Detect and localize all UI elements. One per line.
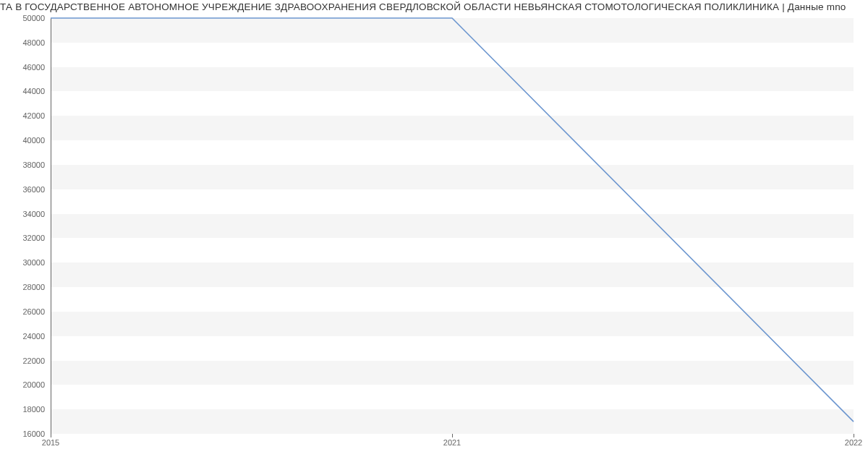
y-tick-label: 20000 — [0, 380, 45, 389]
y-tick-label: 38000 — [0, 161, 45, 169]
x-tick-label: 2015 — [42, 438, 59, 447]
y-tick-label: 36000 — [0, 185, 45, 194]
y-tick-label: 44000 — [0, 87, 45, 95]
y-tick-label: 24000 — [0, 332, 45, 341]
x-tick-mark — [452, 434, 453, 437]
y-tick-label: 32000 — [0, 234, 45, 242]
y-tick-label: 42000 — [0, 111, 45, 120]
y-tick-label: 16000 — [0, 430, 45, 438]
chart-container: ТА В ГОСУДАРСТВЕННОЕ АВТОНОМНОЕ УЧРЕЖДЕН… — [0, 0, 868, 470]
y-tick-label: 18000 — [0, 405, 45, 414]
y-tick-label: 40000 — [0, 136, 45, 145]
y-tick-label: 48000 — [0, 38, 45, 47]
y-tick-label: 46000 — [0, 63, 45, 72]
y-tick-label: 22000 — [0, 356, 45, 365]
y-tick-label: 28000 — [0, 283, 45, 291]
series-line — [51, 18, 854, 422]
y-tick-label: 26000 — [0, 307, 45, 316]
chart-title: ТА В ГОСУДАРСТВЕННОЕ АВТОНОМНОЕ УЧРЕЖДЕН… — [0, 0, 868, 14]
x-tick-mark — [854, 434, 854, 437]
line-series — [51, 18, 854, 434]
x-tick-label: 2021 — [443, 438, 461, 447]
y-tick-label: 50000 — [0, 14, 45, 22]
x-tick-label: 2022 — [845, 438, 862, 447]
y-tick-label: 30000 — [0, 258, 45, 267]
y-tick-label: 34000 — [0, 210, 45, 218]
x-tick-mark — [51, 434, 51, 437]
